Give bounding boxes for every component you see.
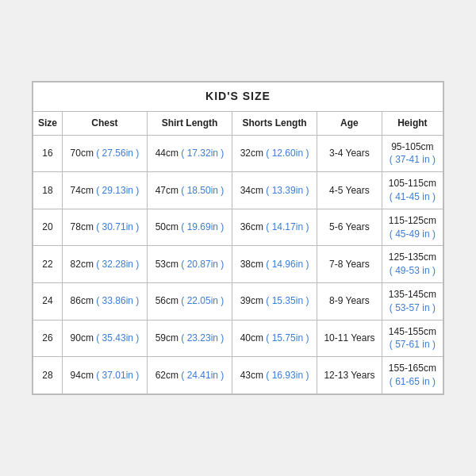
- cell-height: 145-155cm( 57-61 in ): [382, 320, 443, 357]
- cell-size: 28: [33, 357, 63, 394]
- cell-shorts-length: 38cm ( 14.96in ): [232, 246, 317, 283]
- table-row: 2690cm ( 35.43in )59cm ( 23.23in )40cm (…: [33, 320, 443, 357]
- cell-chest: 74cm ( 29.13in ): [62, 172, 147, 209]
- cell-size: 18: [33, 172, 63, 209]
- cell-shorts-length: 36cm ( 14.17in ): [232, 209, 317, 246]
- table-row: 1670cm ( 27.56in )44cm ( 17.32in )32cm (…: [33, 135, 443, 172]
- cell-size: 24: [33, 282, 63, 320]
- cell-shirt-length: 50cm ( 19.69in ): [147, 209, 232, 246]
- cell-shirt-length: 44cm ( 17.32in ): [147, 135, 232, 172]
- cell-height: 135-145cm( 53-57 in ): [382, 282, 443, 320]
- cell-chest: 94cm ( 37.01in ): [62, 357, 147, 394]
- cell-shorts-length: 34cm ( 13.39in ): [232, 172, 317, 209]
- cell-age: 5-6 Years: [317, 209, 382, 246]
- cell-shirt-length: 59cm ( 23.23in ): [147, 320, 232, 357]
- cell-age: 10-11 Years: [317, 320, 382, 357]
- table-row: 2282cm ( 32.28in )53cm ( 20.87in )38cm (…: [33, 246, 443, 283]
- table-title: KID'S SIZE: [33, 83, 443, 112]
- table-row: 1874cm ( 29.13in )47cm ( 18.50in )34cm (…: [33, 172, 443, 209]
- title-row: KID'S SIZE: [33, 83, 443, 112]
- cell-chest: 82cm ( 32.28in ): [62, 246, 147, 283]
- cell-chest: 78cm ( 30.71in ): [62, 209, 147, 246]
- table-row: 2894cm ( 37.01in )62cm ( 24.41in )43cm (…: [33, 357, 443, 394]
- size-chart-table: KID'S SIZE Size Chest Shirt Length Short…: [33, 82, 443, 394]
- cell-shorts-length: 32cm ( 12.60in ): [232, 135, 317, 172]
- cell-shirt-length: 62cm ( 24.41in ): [147, 357, 232, 394]
- cell-size: 22: [33, 246, 63, 283]
- cell-height: 95-105cm( 37-41 in ): [382, 135, 443, 172]
- cell-shirt-length: 47cm ( 18.50in ): [147, 172, 232, 209]
- cell-height: 155-165cm( 61-65 in ): [382, 357, 443, 394]
- col-header-shorts: Shorts Length: [232, 111, 317, 135]
- cell-shirt-length: 56cm ( 22.05in ): [147, 282, 232, 320]
- cell-shirt-length: 53cm ( 20.87in ): [147, 246, 232, 283]
- cell-size: 20: [33, 209, 63, 246]
- cell-chest: 86cm ( 33.86in ): [62, 282, 147, 320]
- col-header-shirt: Shirt Length: [147, 111, 232, 135]
- cell-height: 105-115cm( 41-45 in ): [382, 172, 443, 209]
- cell-size: 26: [33, 320, 63, 357]
- cell-age: 12-13 Years: [317, 357, 382, 394]
- cell-age: 3-4 Years: [317, 135, 382, 172]
- col-header-height: Height: [382, 111, 443, 135]
- cell-shorts-length: 43cm ( 16.93in ): [232, 357, 317, 394]
- cell-shorts-length: 40cm ( 15.75in ): [232, 320, 317, 357]
- col-header-size: Size: [33, 111, 63, 135]
- col-header-chest: Chest: [62, 111, 147, 135]
- cell-height: 125-135cm( 49-53 in ): [382, 246, 443, 283]
- col-header-age: Age: [317, 111, 382, 135]
- cell-age: 7-8 Years: [317, 246, 382, 283]
- cell-chest: 70cm ( 27.56in ): [62, 135, 147, 172]
- table-body: 1670cm ( 27.56in )44cm ( 17.32in )32cm (…: [33, 135, 443, 393]
- cell-height: 115-125cm( 45-49 in ): [382, 209, 443, 246]
- cell-age: 8-9 Years: [317, 282, 382, 320]
- cell-age: 4-5 Years: [317, 172, 382, 209]
- header-row: Size Chest Shirt Length Shorts Length Ag…: [33, 111, 443, 135]
- cell-size: 16: [33, 135, 63, 172]
- cell-chest: 90cm ( 35.43in ): [62, 320, 147, 357]
- table-row: 2078cm ( 30.71in )50cm ( 19.69in )36cm (…: [33, 209, 443, 246]
- table-row: 2486cm ( 33.86in )56cm ( 22.05in )39cm (…: [33, 282, 443, 320]
- cell-shorts-length: 39cm ( 15.35in ): [232, 282, 317, 320]
- size-chart-container: KID'S SIZE Size Chest Shirt Length Short…: [32, 81, 444, 395]
